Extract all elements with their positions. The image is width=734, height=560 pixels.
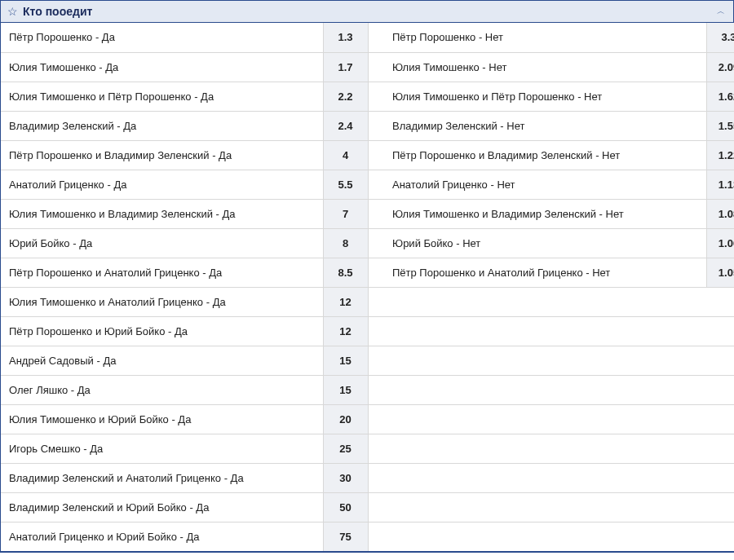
outcome-name-right: Юлия Тимошенко и Пётр Порошенко - Нет — [384, 82, 706, 111]
table-row: Игорь Смешко - Да25 — [1, 434, 734, 463]
spacer — [368, 140, 384, 170]
odd-button-left[interactable]: 15 — [323, 375, 368, 404]
odd-button-right[interactable]: 3.3 — [706, 23, 734, 52]
chevron-up-icon[interactable]: ︿ — [717, 6, 725, 17]
odd-button-left[interactable]: 15 — [323, 346, 368, 375]
star-icon[interactable]: ☆ — [7, 5, 18, 18]
odd-button-right — [706, 346, 734, 375]
odd-button-left[interactable]: 8.5 — [323, 258, 368, 287]
odd-button-left[interactable]: 7 — [323, 199, 368, 228]
outcome-name-left: Владимир Зеленский и Анатолий Гриценко -… — [1, 463, 323, 492]
odds-panel: ☆ Кто пооедит ︿ Пётр Порошенко - Да1.3Пё… — [0, 0, 734, 553]
odd-button-right[interactable]: 1.05 — [706, 258, 734, 287]
outcome-name-left: Юлия Тимошенко и Анатолий Гриценко - Да — [1, 287, 323, 316]
outcome-name-right: Юлия Тимошенко - Нет — [384, 52, 706, 82]
odd-button-right — [706, 463, 734, 492]
outcome-name-right — [384, 375, 706, 404]
outcome-name-left: Юрий Бойко - Да — [1, 228, 323, 258]
outcome-name-left: Юлия Тимошенко - Да — [1, 52, 323, 82]
spacer — [368, 199, 384, 228]
table-row: Владимир Зеленский и Анатолий Гриценко -… — [1, 463, 734, 492]
table-row: Пётр Порошенко и Владимир Зеленский - Да… — [1, 140, 734, 170]
table-row: Анатолий Гриценко - Да5.5Анатолий Грицен… — [1, 170, 734, 199]
outcome-name-left: Олег Ляшко - Да — [1, 375, 323, 404]
spacer — [368, 404, 384, 434]
odd-button-right[interactable]: 2.09 — [706, 52, 734, 82]
outcome-name-left: Андрей Садовый - Да — [1, 346, 323, 375]
outcome-name-right: Пётр Порошенко - Нет — [384, 23, 706, 52]
outcome-name-right — [384, 434, 706, 463]
odd-button-right — [706, 434, 734, 463]
spacer — [368, 316, 384, 346]
odd-button-left[interactable]: 4 — [323, 140, 368, 170]
table-row: Пётр Порошенко и Юрий Бойко - Да12 — [1, 316, 734, 346]
table-row: Юрий Бойко - Да8Юрий Бойко - Нет1.06 — [1, 228, 734, 258]
odd-button-right[interactable]: 1.55 — [706, 111, 734, 140]
spacer — [368, 258, 384, 287]
table-row: Юлия Тимошенко и Пётр Порошенко - Да2.2Ю… — [1, 82, 734, 111]
odd-button-right[interactable]: 1.22 — [706, 140, 734, 170]
outcome-name-right: Юрий Бойко - Нет — [384, 228, 706, 258]
outcome-name-right: Пётр Порошенко и Анатолий Гриценко - Нет — [384, 258, 706, 287]
table-row: Олег Ляшко - Да15 — [1, 375, 734, 404]
outcome-name-right — [384, 316, 706, 346]
outcome-name-right — [384, 404, 706, 434]
odd-button-right[interactable]: 1.08 — [706, 199, 734, 228]
odd-button-right — [706, 404, 734, 434]
spacer — [368, 287, 384, 316]
spacer — [368, 228, 384, 258]
outcome-name-left: Юлия Тимошенко и Юрий Бойко - Да — [1, 404, 323, 434]
table-row: Пётр Порошенко и Анатолий Гриценко - Да8… — [1, 258, 734, 287]
spacer — [368, 346, 384, 375]
table-row: Пётр Порошенко - Да1.3Пётр Порошенко - Н… — [1, 23, 734, 52]
spacer — [368, 492, 384, 522]
odd-button-left[interactable]: 50 — [323, 492, 368, 522]
outcome-name-right — [384, 463, 706, 492]
outcome-name-left: Игорь Смешко - Да — [1, 434, 323, 463]
spacer — [368, 522, 384, 551]
odd-button-right[interactable]: 1.13 — [706, 170, 734, 199]
outcome-name-left: Пётр Порошенко и Владимир Зеленский - Да — [1, 140, 323, 170]
odd-button-left[interactable]: 1.3 — [323, 23, 368, 52]
odd-button-right — [706, 316, 734, 346]
panel-header[interactable]: ☆ Кто пооедит ︿ — [1, 1, 733, 23]
odd-button-left[interactable]: 12 — [323, 316, 368, 346]
spacer — [368, 434, 384, 463]
odd-button-right[interactable]: 1.06 — [706, 228, 734, 258]
outcome-name-left: Юлия Тимошенко и Пётр Порошенко - Да — [1, 82, 323, 111]
outcome-name-left: Владимир Зеленский и Юрий Бойко - Да — [1, 492, 323, 522]
odd-button-left[interactable]: 75 — [323, 522, 368, 551]
odd-button-left[interactable]: 30 — [323, 463, 368, 492]
outcome-name-right: Юлия Тимошенко и Владимир Зеленский - Не… — [384, 199, 706, 228]
odd-button-right — [706, 492, 734, 522]
spacer — [368, 111, 384, 140]
table-row: Анатолий Гриценко и Юрий Бойко - Да75 — [1, 522, 734, 551]
outcome-name-left: Пётр Порошенко и Юрий Бойко - Да — [1, 316, 323, 346]
outcome-name-right: Владимир Зеленский - Нет — [384, 111, 706, 140]
table-row: Владимир Зеленский и Юрий Бойко - Да50 — [1, 492, 734, 522]
odd-button-left[interactable]: 12 — [323, 287, 368, 316]
odds-table: Пётр Порошенко - Да1.3Пётр Порошенко - Н… — [1, 23, 734, 552]
odd-button-left[interactable]: 5.5 — [323, 170, 368, 199]
outcome-name-left: Пётр Порошенко и Анатолий Гриценко - Да — [1, 258, 323, 287]
odd-button-right — [706, 375, 734, 404]
outcome-name-right — [384, 522, 706, 551]
odd-button-right[interactable]: 1.62 — [706, 82, 734, 111]
odd-button-left[interactable]: 8 — [323, 228, 368, 258]
spacer — [368, 463, 384, 492]
odd-button-left[interactable]: 2.4 — [323, 111, 368, 140]
outcome-name-right — [384, 346, 706, 375]
odd-button-left[interactable]: 1.7 — [323, 52, 368, 82]
outcome-name-right: Пётр Порошенко и Владимир Зеленский - Не… — [384, 140, 706, 170]
panel-title: Кто пооедит — [23, 5, 92, 18]
odd-button-left[interactable]: 2.2 — [323, 82, 368, 111]
table-row: Владимир Зеленский - Да2.4Владимир Зелен… — [1, 111, 734, 140]
odd-button-left[interactable]: 25 — [323, 434, 368, 463]
spacer — [368, 375, 384, 404]
odd-button-right — [706, 522, 734, 551]
odd-button-left[interactable]: 20 — [323, 404, 368, 434]
table-row: Андрей Садовый - Да15 — [1, 346, 734, 375]
table-row: Юлия Тимошенко и Анатолий Гриценко - Да1… — [1, 287, 734, 316]
odd-button-right — [706, 287, 734, 316]
outcome-name-left: Анатолий Гриценко и Юрий Бойко - Да — [1, 522, 323, 551]
